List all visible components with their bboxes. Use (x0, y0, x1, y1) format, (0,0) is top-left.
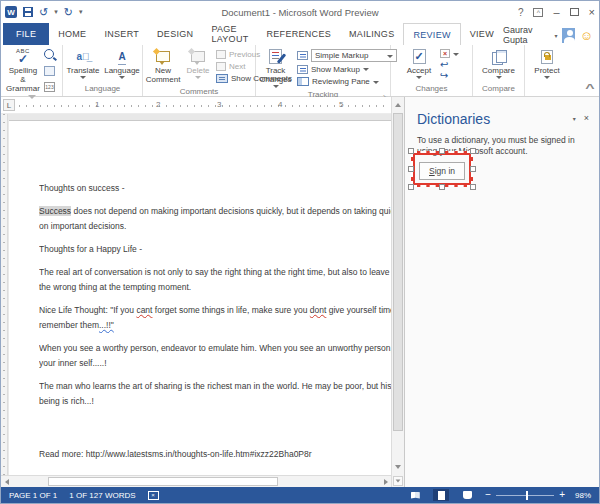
scroll-down-icon[interactable] (392, 461, 404, 473)
display-for-review-control[interactable]: Simple Markup (297, 49, 397, 62)
group-protect: Protect (525, 45, 569, 96)
track-changes-dropdown-icon (273, 85, 279, 88)
vertical-scrollbar[interactable] (391, 97, 404, 487)
page-indicator[interactable]: PAGE 1 OF 1 (9, 491, 57, 500)
help-icon[interactable]: ? (518, 7, 524, 18)
minimize-icon[interactable]: – (553, 7, 559, 18)
print-layout-icon[interactable] (433, 489, 449, 501)
web-layout-icon[interactable] (459, 489, 475, 501)
compare-button[interactable]: Compare (478, 47, 520, 83)
vertical-scroll-thumb[interactable] (393, 113, 403, 431)
zoom-slider[interactable] (496, 495, 554, 496)
proofing-errors-icon[interactable]: × (148, 491, 159, 500)
pane-close-icon[interactable]: × (584, 114, 589, 123)
reject-icon: × (440, 49, 450, 58)
delete-comment-icon (191, 51, 205, 62)
show-markup-button[interactable]: Show Markup (297, 64, 397, 75)
zoom-out-icon[interactable]: − (485, 490, 491, 500)
scroll-right-icon[interactable] (380, 476, 391, 487)
ruler-number: 3 (217, 100, 221, 109)
previous-change-button[interactable]: ↩ (440, 60, 459, 70)
define-icon[interactable] (44, 49, 54, 59)
thesaurus-icon[interactable] (44, 66, 55, 76)
word-count-indicator[interactable]: 1 OF 127 WORDS (69, 491, 135, 500)
show-markup-dropdown-icon (363, 68, 369, 71)
paragraph: The man who learns the art of sharing is… (39, 379, 391, 409)
ruler-number: 4 (278, 100, 282, 109)
tab-insert[interactable]: INSERT (95, 23, 148, 45)
tab-page-layout[interactable]: PAGE LAYOUT (202, 23, 257, 45)
paragraph: Success does not depend on making import… (39, 204, 391, 234)
zoom-slider-thumb[interactable] (526, 491, 528, 500)
previous-comment-icon (216, 50, 226, 59)
scroll-left-icon[interactable] (1, 476, 12, 487)
ruler-number: 2 (156, 100, 160, 109)
paragraph: When you see a worthy person, endeavor t… (39, 341, 391, 371)
ribbon-tabs: FILEHOMEINSERTDESIGNPAGE LAYOUTREFERENCE… (3, 23, 503, 45)
protect-button[interactable]: Protect (528, 47, 566, 83)
next-change-button[interactable]: ↪ (440, 71, 459, 81)
paragraph: Thoughts on success - (39, 181, 391, 196)
document-page[interactable]: Thoughts on success -Success does not de… (9, 120, 391, 475)
reject-button[interactable]: × (440, 49, 459, 58)
maximize-icon[interactable] (570, 8, 579, 16)
tab-mailings[interactable]: MAILINGS (340, 23, 403, 45)
language-button[interactable]: A Language (104, 47, 141, 83)
tab-stop-selector[interactable]: L (3, 99, 15, 111)
new-comment-button[interactable]: New Comment (145, 47, 181, 86)
next-change-icon: ↪ (440, 71, 448, 81)
save-icon[interactable] (23, 7, 33, 17)
browse-object-icon[interactable] (393, 476, 403, 486)
user-account[interactable]: Gaurav Gupta ▾ ☺ (503, 25, 597, 45)
user-dropdown-icon[interactable]: ▾ (554, 32, 557, 39)
track-changes-icon (269, 49, 282, 64)
customize-qat-icon[interactable]: ▾ (79, 8, 83, 16)
translate-button[interactable]: aあ̲ Translate (65, 47, 102, 83)
word-app-icon[interactable]: W (5, 6, 17, 18)
undo-dropdown-icon[interactable]: ▾ (54, 8, 58, 16)
reviewing-pane-button[interactable]: Reviewing Pane (297, 76, 397, 87)
horizontal-scroll-thumb[interactable] (48, 477, 278, 486)
ruler-number: 1 (95, 100, 99, 109)
sign-in-button[interactable]: Sign in (419, 162, 465, 180)
dictionaries-pane: Dictionaries ▾ × To use a dictionary, yo… (404, 97, 599, 487)
paragraph: Thoughts for a Happy Life - (39, 242, 391, 257)
ruler-number: 5 (339, 100, 343, 109)
zoom-percentage[interactable]: 98% (575, 491, 591, 500)
zoom-in-icon[interactable]: + (559, 490, 565, 500)
spelling-grammar-button[interactable]: ABC ✓ Spelling & Grammar (3, 47, 43, 94)
tab-review[interactable]: REVIEW (403, 23, 460, 45)
pane-title: Dictionaries (417, 111, 490, 127)
document-viewport: Thoughts on success -Success does not de… (1, 114, 391, 475)
undo-icon[interactable]: ↺ (39, 7, 48, 18)
accept-icon: ✓ (413, 49, 426, 64)
reviewing-pane-icon (297, 77, 309, 86)
tab-home[interactable]: HOME (49, 23, 95, 45)
ribbon-display-options-icon[interactable]: ^ (533, 8, 543, 17)
reviewing-pane-dropdown-icon (373, 81, 379, 84)
tab-file[interactable]: FILE (3, 23, 49, 45)
group-proofing: ABC ✓ Spelling & Grammar 123 Proofing (1, 45, 63, 96)
tab-references[interactable]: REFERENCES (258, 23, 341, 45)
display-for-review-select[interactable]: Simple Markup (311, 49, 397, 62)
horizontal-scrollbar[interactable] (1, 475, 391, 487)
tab-design[interactable]: DESIGN (148, 23, 202, 45)
delete-comment-button[interactable]: Delete (184, 47, 212, 86)
tab-view[interactable]: VIEW (461, 23, 503, 45)
track-changes-button[interactable]: Track Changes (258, 47, 293, 89)
word-count-icon[interactable]: 123 (44, 82, 55, 92)
horizontal-ruler[interactable]: L 12345 (1, 97, 391, 114)
send-a-smile-icon[interactable]: ☺ (580, 29, 593, 42)
pane-options-icon[interactable]: ▾ (573, 115, 576, 122)
window-title: Document1 - Microsoft Word Preview (1, 7, 599, 18)
group-tracking: Track Changes Simple Markup Show Markup (256, 45, 391, 96)
document-content[interactable]: Thoughts on success -Success does not de… (39, 181, 391, 462)
avatar[interactable] (562, 28, 574, 43)
read-mode-icon[interactable] (407, 489, 423, 501)
redo-icon[interactable]: ↻ (64, 7, 73, 18)
accept-button[interactable]: ✓ Accept (403, 47, 435, 83)
scroll-up-icon[interactable] (392, 99, 404, 111)
close-icon[interactable]: × (589, 7, 595, 18)
collapse-ribbon-button[interactable]: ^ (587, 45, 599, 96)
paragraph (39, 417, 391, 439)
